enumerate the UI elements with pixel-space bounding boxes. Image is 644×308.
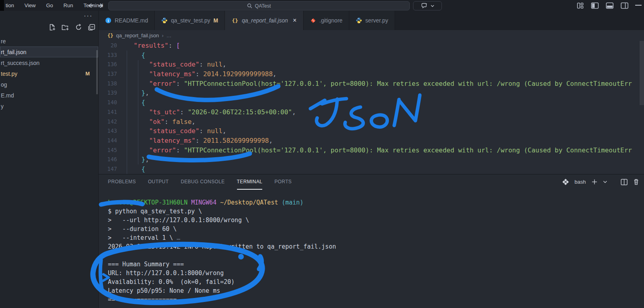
code-line[interactable]: 136 "status_code": null, xyxy=(99,60,644,69)
vscode-window: tionViewGoRunTerminalHelp QATest ··· xyxy=(0,0,644,308)
code-line[interactable]: 145 "error": "HTTPConnectionPool(host='1… xyxy=(99,146,644,155)
code-text: { xyxy=(117,98,145,107)
code-line[interactable]: 140 { xyxy=(99,98,644,107)
terminal-line: Latency p50/p95: None / None ms xyxy=(108,286,336,295)
sidebar-more-actions[interactable]: ··· xyxy=(84,14,93,18)
refresh-icon[interactable] xyxy=(75,24,82,31)
code-text: "latency_ms": 2011.582699999998, xyxy=(117,136,273,146)
indent-guide xyxy=(127,51,127,174)
terminal-line: $ python qa_stev_test.py \ xyxy=(108,207,336,216)
info-icon: i xyxy=(105,17,111,24)
menu-item-go[interactable]: Go xyxy=(46,2,53,8)
new-file-icon[interactable] xyxy=(49,24,56,31)
code-line[interactable]: 139 }, xyxy=(99,88,644,98)
file-tree-item[interactable]: rt_fail.json xyxy=(0,47,98,57)
terminal-line: > --url http://127.0.0.1:8000/wrong \ xyxy=(108,216,336,225)
editor-scrollbar[interactable] xyxy=(640,41,644,105)
tab--gitignore[interactable]: .gitignore xyxy=(304,11,350,30)
tab-label: qa_stev_test.py xyxy=(171,17,210,24)
file-label: re xyxy=(1,38,6,45)
code-line[interactable]: 146 }, xyxy=(99,155,644,164)
tab-server-py[interactable]: server.py xyxy=(349,11,395,30)
command-center-search[interactable]: QATest xyxy=(108,1,410,10)
panel-tab-ports[interactable]: PORTS xyxy=(274,174,292,190)
menu-item-view[interactable]: View xyxy=(24,2,36,8)
panel-tab-problems[interactable]: PROBLEMS xyxy=(108,174,136,190)
file-tree-item[interactable]: test.pyM xyxy=(0,68,98,79)
minimize-button[interactable] xyxy=(635,5,642,6)
code-text: "status_code": null, xyxy=(117,60,226,69)
file-label: og xyxy=(1,81,7,88)
code-text: { xyxy=(117,51,145,60)
tab-qa-stev-test-py[interactable]: qa_stev_test.pyM xyxy=(155,11,225,30)
file-tree-item[interactable]: y xyxy=(0,101,98,111)
code-line[interactable]: 141 "ts_utc": "2026-02-06T22:15:05+00:00… xyxy=(99,107,644,117)
editor-tab-strip: iREADME.mdqa_stev_test.pyM{}qa_report_fa… xyxy=(99,11,644,30)
code-line[interactable]: 137 "latency_ms": 2014.1929999999988, xyxy=(99,69,644,79)
code-line[interactable]: 20 "results": [ xyxy=(99,41,644,51)
file-tree-item[interactable]: rt_success.json xyxy=(0,57,98,68)
collapse-all-icon[interactable] xyxy=(88,24,95,31)
terminal-line: > --interval 1 \ … xyxy=(108,233,336,242)
bash-icon xyxy=(562,178,569,185)
terminal-line: === Human Summary === xyxy=(108,260,336,269)
forward-arrow-icon[interactable] xyxy=(98,3,104,8)
code-line[interactable]: 144 "latency_ms": 2011.582699999998, xyxy=(99,136,644,146)
new-terminal-icon[interactable] xyxy=(591,179,597,185)
file-label: E.md xyxy=(1,92,14,99)
file-label: y xyxy=(1,103,4,109)
code-line[interactable]: 147 { xyxy=(99,164,644,174)
menu-item-tion[interactable]: tion xyxy=(6,2,14,8)
python-icon xyxy=(356,17,362,24)
file-tree-item[interactable]: og xyxy=(0,79,98,90)
code-line[interactable]: 143 "status_code": null, xyxy=(99,126,644,136)
customize-layout-icon[interactable] xyxy=(577,2,584,9)
file-tree-item[interactable]: re xyxy=(0,36,98,47)
line-number: 20 xyxy=(99,41,117,51)
code-line[interactable]: 133 { xyxy=(99,51,644,60)
code-line[interactable]: 142 "ok": false, xyxy=(99,117,644,127)
line-number: 140 xyxy=(99,98,117,107)
split-terminal-icon[interactable] xyxy=(621,179,628,185)
breadcrumb-more[interactable]: … xyxy=(166,32,172,38)
layout-controls xyxy=(577,0,628,11)
terminal-shell-label[interactable]: bash xyxy=(575,179,586,185)
line-number: 139 xyxy=(99,88,117,98)
terminal-line: > --duration 60 \ xyxy=(108,225,336,233)
file-tree-item[interactable]: E.md xyxy=(0,90,98,101)
code-editor[interactable]: 20 "results": [133 {136 "status_code": n… xyxy=(99,41,644,174)
code-line[interactable]: 138 "error": "HTTPConnectionPool(host='1… xyxy=(99,79,644,89)
modified-badge: M xyxy=(213,17,218,24)
tab-qa-report-fail-json[interactable]: {}qa_report_fail.json× xyxy=(225,11,304,31)
git-icon xyxy=(310,17,316,24)
tab-label: README.md xyxy=(115,17,148,24)
line-number: 146 xyxy=(99,155,117,164)
terminal-output[interactable]: Lenovo@DESKTOP-31H60LN MINGW64 ~/Desktop… xyxy=(108,198,336,304)
line-number: 136 xyxy=(99,60,117,69)
trash-icon[interactable] xyxy=(633,178,639,185)
code-text: "error": "HTTPConnectionPool(host='127.0… xyxy=(117,146,632,155)
toggle-secondary-sidebar-icon[interactable] xyxy=(621,2,628,9)
indent-guide xyxy=(138,60,138,164)
line-number: 147 xyxy=(99,164,117,174)
sidebar-scrollbar[interactable] xyxy=(96,50,98,94)
breadcrumb[interactable]: {} qa_report_fail.json › … xyxy=(99,30,644,41)
breadcrumb-file[interactable]: qa_report_fail.json xyxy=(116,32,159,38)
terminal-line: URL: http://127.0.0.1:8000/wrong xyxy=(108,269,336,278)
panel-tab-terminal[interactable]: TERMINAL xyxy=(237,174,263,190)
file-label: rt_success.json xyxy=(1,60,39,66)
panel-tab-debug-console[interactable]: DEBUG CONSOLE xyxy=(181,174,225,190)
close-icon[interactable]: × xyxy=(293,17,296,24)
panel-tab-output[interactable]: OUTPUT xyxy=(148,174,169,190)
code-text: "status_code": null, xyxy=(117,126,226,136)
toggle-primary-sidebar-icon[interactable] xyxy=(591,2,599,9)
back-arrow-icon[interactable] xyxy=(87,3,94,8)
new-folder-icon[interactable] xyxy=(61,24,69,31)
menu-item-run[interactable]: Run xyxy=(63,2,73,8)
copilot-icon xyxy=(421,3,427,9)
toggle-panel-icon[interactable] xyxy=(606,2,614,9)
chevron-down-icon[interactable] xyxy=(603,180,607,183)
copilot-button[interactable] xyxy=(413,1,442,10)
code-text: { xyxy=(117,164,145,174)
tab-readme-md[interactable]: iREADME.md xyxy=(99,11,155,30)
